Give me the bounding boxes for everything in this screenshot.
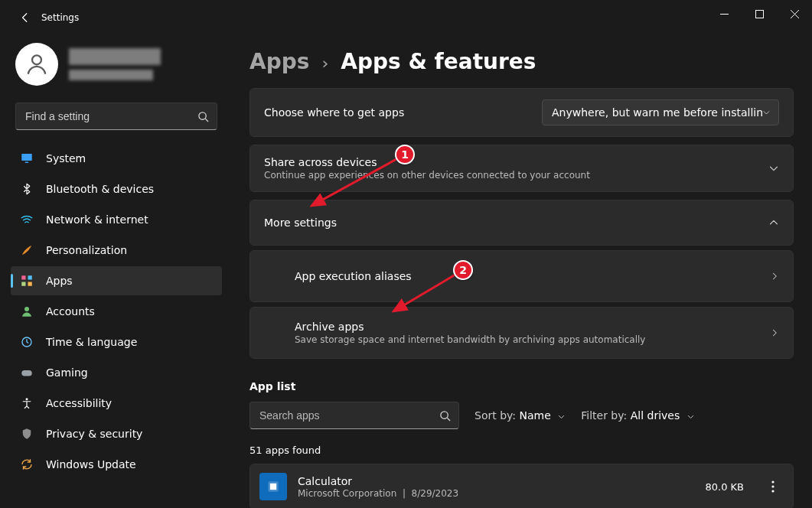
nav-item-personalization[interactable]: Personalization <box>11 236 222 265</box>
nav-item-label: Time & language <box>46 336 137 348</box>
svg-rect-0 <box>755 10 763 18</box>
nav-item-label: Privacy & security <box>46 428 142 440</box>
svg-rect-5 <box>21 275 25 279</box>
find-setting-search[interactable] <box>15 103 217 130</box>
nav-item-apps[interactable]: Apps <box>11 266 222 295</box>
choose-app-source-value: Anywhere, but warn me before installing … <box>552 106 762 119</box>
chevron-down-icon <box>768 163 779 174</box>
display-icon <box>20 151 34 165</box>
nav-item-label: Apps <box>46 275 73 287</box>
filter-by-label: Filter by: <box>581 409 627 422</box>
share-across-devices-sub: Continue app experiences on other device… <box>264 170 590 181</box>
sort-by-control[interactable]: Sort by: Name <box>474 409 566 422</box>
nav-item-bluetooth-devices[interactable]: Bluetooth & devices <box>11 174 222 204</box>
app-list-controls: Sort by: Name Filter by: All drives <box>249 402 794 429</box>
search-icon <box>439 410 451 422</box>
nav-item-label: Network & internet <box>46 213 148 226</box>
apps-icon <box>20 274 34 288</box>
nav-item-label: Windows Update <box>46 458 136 471</box>
svg-point-18 <box>771 490 774 492</box>
svg-rect-11 <box>21 370 32 376</box>
app-list-heading: App list <box>249 380 794 392</box>
window-controls <box>706 0 812 28</box>
access-icon <box>20 396 34 410</box>
chevron-right-icon: › <box>321 54 328 73</box>
nav: SystemBluetooth & devicesNetwork & inter… <box>11 144 222 479</box>
chevron-down-icon <box>557 412 566 421</box>
svg-point-12 <box>26 398 28 400</box>
app-execution-aliases-row[interactable]: App execution aliases <box>249 250 794 302</box>
search-icon <box>197 111 209 122</box>
page-title: Apps & features <box>341 49 536 74</box>
nav-item-label: System <box>46 152 86 164</box>
chevron-down-icon <box>762 108 771 117</box>
nav-item-label: Bluetooth & devices <box>46 183 154 195</box>
share-across-devices-label: Share across devices <box>264 156 590 168</box>
avatar <box>15 43 58 86</box>
nav-item-gaming[interactable]: Gaming <box>11 358 222 387</box>
find-setting-input[interactable] <box>25 110 197 122</box>
minimize-button[interactable] <box>706 0 742 28</box>
breadcrumb-parent[interactable]: Apps <box>249 49 309 74</box>
minimize-icon <box>720 10 729 18</box>
choose-app-source-dropdown[interactable]: Anywhere, but warn me before installing … <box>542 99 779 125</box>
svg-point-1 <box>32 55 41 64</box>
nav-item-time-language[interactable]: Time & language <box>11 327 222 357</box>
nav-item-accessibility[interactable]: Accessibility <box>11 389 222 418</box>
close-icon <box>791 10 799 18</box>
nav-item-network-internet[interactable]: Network & internet <box>11 205 222 234</box>
shield-icon <box>20 427 34 441</box>
svg-rect-8 <box>28 282 32 286</box>
nav-item-label: Accounts <box>46 305 95 318</box>
svg-rect-7 <box>21 282 25 286</box>
archive-apps-label: Archive apps <box>295 321 645 333</box>
choose-app-source-label: Choose where to get apps <box>264 106 404 119</box>
nav-item-windows-update[interactable]: Windows Update <box>11 450 222 479</box>
user-account-row[interactable] <box>11 40 222 96</box>
app-row[interactable]: CalculatorMicrosoft Corporation | 8/29/2… <box>249 464 794 508</box>
app-size: 80.0 KB <box>705 481 744 493</box>
filter-by-control[interactable]: Filter by: All drives <box>581 409 694 422</box>
svg-point-16 <box>771 480 774 483</box>
apps-found-count: 51 apps found <box>249 444 794 456</box>
nav-item-privacy-security[interactable]: Privacy & security <box>11 419 222 448</box>
svg-rect-15 <box>270 484 276 490</box>
arrow-left-icon <box>20 12 31 23</box>
chevron-right-icon <box>770 272 779 281</box>
person-icon <box>24 51 50 77</box>
app-name: Calculator <box>298 475 694 487</box>
svg-point-13 <box>441 411 448 418</box>
search-apps-input[interactable] <box>259 409 439 422</box>
bluetooth-icon <box>20 182 34 196</box>
close-button[interactable] <box>777 0 812 28</box>
titlebar: Settings <box>0 0 812 35</box>
clock-icon <box>20 335 34 349</box>
more-settings-row[interactable]: More settings <box>249 200 794 246</box>
nav-item-system[interactable]: System <box>11 144 222 173</box>
search-apps[interactable] <box>249 402 459 429</box>
archive-apps-row[interactable]: Archive apps Save storage space and inte… <box>249 307 794 359</box>
svg-rect-3 <box>21 154 32 161</box>
chevron-right-icon <box>770 328 779 337</box>
update-icon <box>20 458 34 471</box>
nav-item-label: Personalization <box>46 244 127 256</box>
nav-item-accounts[interactable]: Accounts <box>11 297 222 326</box>
sidebar: SystemBluetooth & devicesNetwork & inter… <box>0 35 230 508</box>
svg-rect-6 <box>28 275 32 279</box>
nav-item-label: Gaming <box>46 366 88 379</box>
sort-by-value: Name <box>519 409 550 422</box>
more-settings-label: More settings <box>264 217 337 229</box>
game-icon <box>20 366 34 379</box>
app-more-button[interactable] <box>759 473 787 500</box>
chevron-down-icon <box>686 412 695 421</box>
svg-point-17 <box>771 485 774 487</box>
maximize-icon <box>755 10 764 18</box>
maximize-button[interactable] <box>742 0 777 28</box>
share-across-devices-row[interactable]: Share across devices Continue app experi… <box>249 145 794 192</box>
back-button[interactable] <box>14 6 37 29</box>
svg-rect-4 <box>25 162 29 164</box>
user-name-area <box>69 48 161 80</box>
choose-app-source-row: Choose where to get apps Anywhere, but w… <box>249 88 794 137</box>
filter-by-value: All drives <box>631 409 680 422</box>
chevron-up-icon <box>768 217 779 228</box>
